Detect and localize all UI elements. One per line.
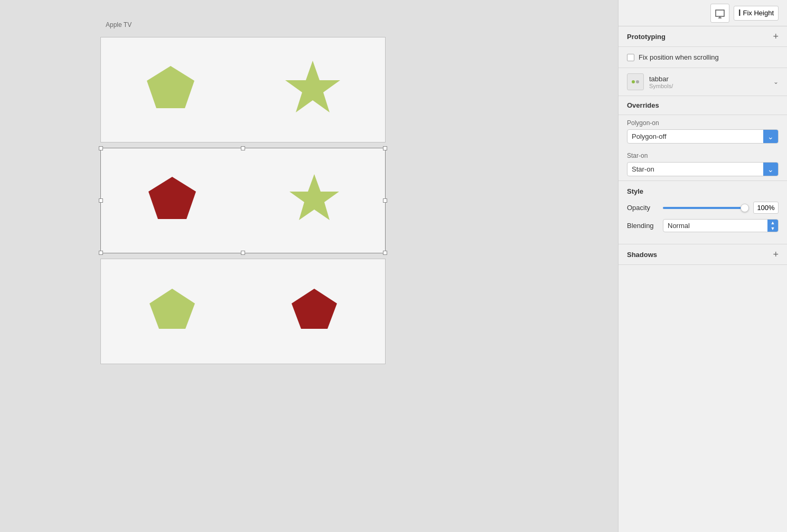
overrides-title: Overrides [627,101,659,109]
blending-arrows[interactable]: ▲ ▼ [767,220,778,232]
fix-scroll-checkbox[interactable] [627,54,634,61]
polygon-override-label: Polygon-on [627,119,779,127]
polygon-override-value: Polygon-off [627,130,763,143]
overrides-section: Overrides Polygon-on Polygon-off ⌄ Star-… [619,96,787,181]
shadows-header: Shadows + [619,244,787,265]
canvas-label: Apple TV [106,21,132,28]
star-override: Star-on Star-on ⌄ [619,148,787,180]
opacity-row: Opacity [627,202,779,214]
svg-marker-1 [285,61,340,112]
symbol-row[interactable]: tabbar Symbols/ ⌄ [619,68,787,96]
blending-select[interactable]: Normal ▲ ▼ [663,219,779,232]
star-override-dropdown-btn[interactable]: ⌄ [763,163,778,176]
slider-fill [663,207,749,209]
right-panel: I Fix Height Prototyping + Fix position … [618,0,787,532]
opacity-value-input[interactable] [753,202,779,214]
handle-tr [383,146,387,150]
slider-track [663,207,749,209]
prototyping-title: Prototyping [627,33,666,41]
handle-ml [99,198,103,203]
svg-marker-5 [292,289,337,329]
polygon-override: Polygon-on Polygon-off ⌄ [619,115,787,148]
symbol-thumbnail [627,73,644,90]
svg-marker-0 [147,66,194,108]
fix-height-button[interactable]: I Fix Height [734,6,779,21]
star-override-value: Star-on [627,163,763,176]
sym-dot-2 [636,80,639,83]
shape-1-left [142,61,200,119]
symbol-name: tabbar [649,75,768,83]
shape-3-left [143,282,201,340]
svg-rect-6 [716,10,724,16]
overrides-header: Overrides [619,96,787,115]
svg-marker-4 [149,289,195,329]
canvas-content [100,37,438,369]
shape-2-right [285,172,343,230]
polygon-override-dropdown-btn[interactable]: ⌄ [763,130,778,143]
fix-scroll-label: Fix position when scrolling [639,53,719,61]
shadows-section: Shadows + [619,244,787,265]
fix-height-label: Fix Height [743,9,774,17]
symbol-chevron[interactable]: ⌄ [773,78,779,86]
star-override-select[interactable]: Star-on ⌄ [627,162,779,176]
polygon-override-select[interactable]: Polygon-off ⌄ [627,129,779,144]
symbol-frame-1[interactable] [100,37,386,142]
symbol-frame-2[interactable] [100,148,386,253]
shadows-add-button[interactable]: + [773,250,779,259]
handle-tl [99,146,103,150]
sym-dot-1 [632,80,635,83]
shape-2-left [143,172,201,230]
svg-marker-3 [289,174,339,220]
handle-bl [99,251,103,255]
handle-br [383,251,387,255]
handle-mr [383,198,387,203]
opacity-label: Opacity [627,204,659,212]
handle-tm [241,146,245,150]
blending-up-arrow: ▲ [771,220,775,226]
shape-3-right [285,282,343,340]
resize-icon[interactable] [710,4,729,23]
top-bar: I Fix Height [619,0,787,26]
fix-height-icon: I [738,8,741,18]
fix-scroll-row: Fix position when scrolling [619,47,787,68]
blending-value: Normal [663,220,767,232]
handle-bm [241,251,245,255]
canvas-area: Apple TV [0,0,618,532]
svg-marker-2 [148,177,196,219]
symbol-info: tabbar Symbols/ [649,75,768,89]
symbol-path: Symbols/ [649,83,768,89]
blending-label: Blending [627,222,659,230]
slider-thumb[interactable] [741,204,749,212]
blending-row: Blending Normal ▲ ▼ [627,219,779,232]
opacity-slider[interactable] [663,204,749,212]
symbol-frame-3[interactable] [100,259,386,364]
star-override-label: Star-on [627,152,779,159]
shape-1-right [281,58,344,121]
prototyping-header: Prototyping + [619,26,787,47]
style-title: Style [627,187,779,195]
prototyping-add-button[interactable]: + [773,32,779,41]
style-section: Style Opacity Blending Normal ▲ ▼ [619,181,787,244]
shadows-title: Shadows [627,251,657,259]
blending-down-arrow: ▼ [771,226,775,232]
